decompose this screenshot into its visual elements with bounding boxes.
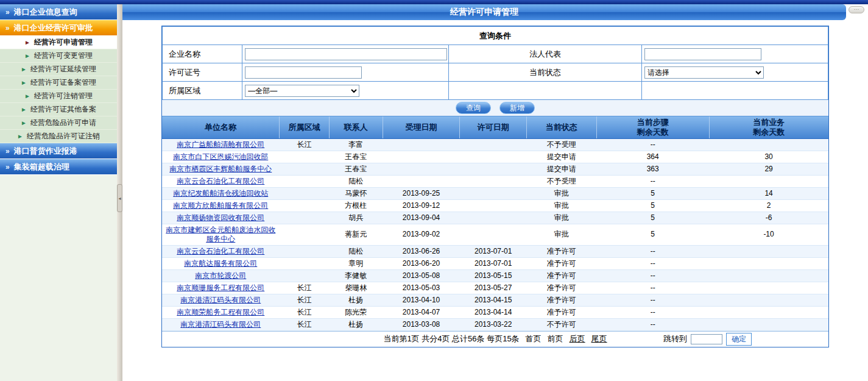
cell-accept-date: 2013-06-26 bbox=[383, 245, 460, 257]
cell-status: 准予许可 bbox=[526, 282, 596, 294]
column-header-status: 当前状态 bbox=[526, 116, 596, 138]
company-link[interactable]: 南京顺荣船务工程有限公司 bbox=[177, 308, 264, 316]
jump-page-input[interactable] bbox=[691, 334, 722, 344]
first-page-link[interactable]: 首页 bbox=[526, 333, 542, 344]
table-row: 南京顺方欣船舶服务有限公司方根柱2013-09-12审批52 bbox=[162, 199, 828, 212]
cell-biz-days: -6 bbox=[709, 212, 828, 224]
company-link[interactable]: 南京云合石油化工有限公司 bbox=[177, 247, 264, 255]
sidebar-item[interactable]: ►经营许可证备案管理 bbox=[0, 76, 117, 90]
results-tbody: 南京广益船舶清舱有限公司长江李富不予受理--南京市白下区恩赐污油回收部王春宝提交… bbox=[162, 138, 828, 330]
next-page-link[interactable]: 后页 bbox=[570, 333, 585, 344]
company-link[interactable]: 南京市栖霞区丰辉船舶服务中心 bbox=[169, 165, 272, 173]
sidebar-item-label: 经营许可证其他备案 bbox=[30, 104, 96, 115]
cell-step-days: 5 bbox=[596, 224, 709, 245]
sidebar-item[interactable]: ►经营许可证其他备案 bbox=[0, 103, 117, 116]
cell-accept-date: 2013-03-08 bbox=[383, 318, 460, 330]
sidebar-group-item[interactable]: »港口企业经营许可审批 bbox=[0, 20, 117, 36]
jump-confirm-button[interactable]: 确定 bbox=[726, 333, 752, 346]
cell-contact: 陆松 bbox=[330, 175, 383, 187]
empty-cell bbox=[641, 82, 828, 100]
company-link[interactable]: 南京市轮渡公司 bbox=[195, 271, 246, 280]
double-arrow-icon: » bbox=[5, 164, 10, 170]
cell-contact: 章明 bbox=[330, 257, 383, 269]
license-no-input[interactable] bbox=[245, 66, 362, 79]
sidebar-item-label: 经营许可申请管理 bbox=[34, 37, 93, 48]
table-row: 南京云合石油化工有限公司陆松不予受理-- bbox=[162, 175, 828, 187]
cell-biz-days bbox=[709, 269, 828, 282]
sidebar-item[interactable]: ►经营许可证延续管理 bbox=[0, 63, 117, 76]
cell-license-date bbox=[460, 151, 526, 163]
cell-status: 不予许可 bbox=[526, 318, 596, 330]
cell-company: 南京广益船舶清舱有限公司 bbox=[162, 138, 280, 151]
cell-accept-date: 2013-04-10 bbox=[383, 294, 460, 306]
legal-rep-input[interactable] bbox=[644, 48, 761, 60]
company-link[interactable]: 南京港清江码头有限公司 bbox=[180, 320, 261, 329]
status-select[interactable]: 请选择 bbox=[644, 66, 764, 79]
sidebar-menu: »港口企业信息查询»港口企业经营许可审批►经营许可申请管理►经营许可变更管理►经… bbox=[0, 4, 117, 381]
column-header-accept-date: 受理日期 bbox=[383, 116, 460, 138]
last-page-link[interactable]: 尾页 bbox=[591, 333, 607, 344]
sidebar-group-item[interactable]: »港口企业信息查询 bbox=[0, 4, 117, 20]
column-header-license-date: 许可日期 bbox=[460, 116, 526, 138]
cell-biz-days: 30 bbox=[709, 151, 828, 163]
cell-accept-date: 2013-04-07 bbox=[383, 306, 460, 318]
sidebar-group-item[interactable]: »港口普货作业报港 bbox=[0, 143, 117, 159]
sidebar-collapse-handle[interactable]: ◄ bbox=[117, 184, 122, 212]
cell-status: 准予许可 bbox=[526, 245, 596, 257]
table-row: 南京顺珊服务工程有限公司长江柴珊林2013-05-032013-05-27准予许… bbox=[162, 282, 828, 294]
cell-license-date bbox=[460, 199, 526, 212]
company-link[interactable]: 南京顺扬物资回收有限公司 bbox=[177, 213, 264, 222]
sidebar-item[interactable]: ►经营许可申请管理 bbox=[0, 36, 117, 49]
search-button[interactable]: 查询 bbox=[456, 102, 491, 114]
cell-step-days: 5 bbox=[596, 187, 709, 199]
company-link[interactable]: 南京港清江码头有限公司 bbox=[180, 296, 261, 304]
enterprise-name-input[interactable] bbox=[245, 48, 447, 60]
company-link[interactable]: 南京航达服务有限公司 bbox=[184, 259, 257, 268]
company-link[interactable]: 南京广益船舶清舱有限公司 bbox=[177, 140, 264, 149]
column-header-step-days: 当前步骤 剩余天数 bbox=[596, 116, 709, 138]
cell-contact: 王春宝 bbox=[330, 151, 383, 163]
cell-license-date bbox=[460, 175, 526, 187]
sidebar-item[interactable]: ►经营危险品许可证注销 bbox=[0, 130, 117, 143]
cell-company: 南京顺方欣船舶服务有限公司 bbox=[162, 199, 280, 212]
main-panel: 经营许可申请管理 ··· 查询条件 企业名称 法人代表 许可证号 bbox=[122, 4, 868, 381]
arrow-icon: ► bbox=[21, 80, 27, 86]
cell-license-date: 2013-04-14 bbox=[460, 306, 526, 318]
cell-accept-date bbox=[383, 175, 460, 187]
add-button[interactable]: 新增 bbox=[499, 102, 535, 114]
cell-accept-date bbox=[383, 138, 460, 151]
sidebar-group-item[interactable]: »集装箱超载治理 bbox=[0, 159, 117, 175]
top-right-grip-icon[interactable]: ··· bbox=[849, 6, 864, 13]
cell-region: 长江 bbox=[280, 294, 330, 306]
company-link[interactable]: 南京顺方欣船舶服务有限公司 bbox=[173, 201, 268, 210]
cell-step-days: -- bbox=[596, 318, 709, 330]
sidebar-item[interactable]: ►经营许可变更管理 bbox=[0, 49, 117, 63]
company-link[interactable]: 南京顺珊服务工程有限公司 bbox=[177, 283, 264, 292]
company-link[interactable]: 南京市建邺区金元船舶废油水回收服务中心 bbox=[166, 226, 275, 243]
jump-label: 跳转到 bbox=[663, 333, 687, 344]
table-row: 南京市轮渡公司李健敏2013-05-082013-05-15准予许可-- bbox=[162, 269, 828, 282]
sidebar-item[interactable]: ►经营危险品许可申请 bbox=[0, 116, 117, 130]
company-link[interactable]: 南京云合石油化工有限公司 bbox=[177, 177, 264, 185]
table-row: 南京港清江码头有限公司长江杜扬2013-04-102013-04-15准予许可-… bbox=[162, 294, 828, 306]
cell-company: 南京顺荣船务工程有限公司 bbox=[162, 306, 280, 318]
table-row: 南京港清江码头有限公司长江杜扬2013-03-082013-03-22不予许可-… bbox=[162, 318, 828, 330]
cell-accept-date: 2013-09-12 bbox=[383, 199, 460, 212]
cell-company: 南京市建邺区金元船舶废油水回收服务中心 bbox=[162, 224, 280, 245]
cell-contact: 柴珊林 bbox=[330, 282, 383, 294]
sidebar-splitter[interactable]: ◄ bbox=[117, 4, 122, 381]
cell-license-date: 2013-04-15 bbox=[460, 294, 526, 306]
action-button-row: 查询 新增 bbox=[162, 100, 828, 116]
cell-license-date bbox=[460, 138, 526, 151]
table-row: 南京市白下区恩赐污油回收部王春宝提交申请36430 bbox=[162, 151, 828, 163]
cell-status: 准予许可 bbox=[526, 306, 596, 318]
region-select[interactable]: —全部— bbox=[245, 85, 359, 97]
cell-license-date: 2013-07-01 bbox=[460, 245, 526, 257]
prev-page-link[interactable]: 前页 bbox=[548, 333, 563, 344]
sidebar-item[interactable]: ►经营许可注销管理 bbox=[0, 90, 117, 103]
sidebar-item-label: 经营许可证备案管理 bbox=[30, 77, 96, 88]
cell-biz-days bbox=[709, 245, 828, 257]
cell-biz-days: -10 bbox=[709, 224, 828, 245]
company-link[interactable]: 南京市白下区恩赐污油回收部 bbox=[173, 152, 268, 161]
company-link[interactable]: 南京纪发船舶清仓残油回收站 bbox=[173, 189, 268, 198]
